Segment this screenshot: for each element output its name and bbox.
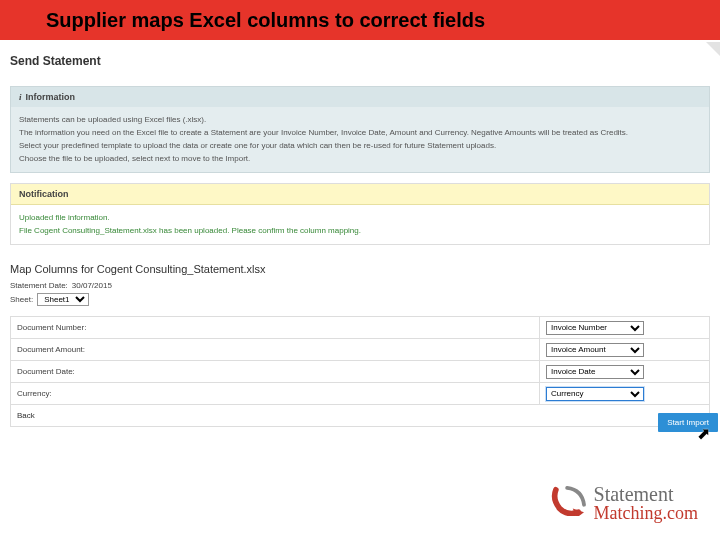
start-import-button[interactable]: Start Import xyxy=(658,413,718,432)
info-line: Statements can be uploaded using Excel f… xyxy=(19,114,701,126)
table-row: Back xyxy=(11,405,710,427)
statement-date-value: 30/07/2015 xyxy=(72,281,112,290)
information-panel: iInformation Statements can be uploaded … xyxy=(10,86,710,173)
document-number-select[interactable]: Invoice Number xyxy=(546,321,644,335)
info-line: Choose the file to be uploaded, select n… xyxy=(19,153,701,165)
table-row: Document Date: Invoice Date xyxy=(11,361,710,383)
back-button[interactable]: Back xyxy=(17,411,35,420)
notification-line: Uploaded file information. xyxy=(19,212,701,224)
sheet-label: Sheet: xyxy=(10,295,33,304)
sheet-line: Sheet: Sheet1 xyxy=(10,293,710,306)
logo-text-bottom: Matching.com xyxy=(594,504,698,522)
logo-text: Statement Matching.com xyxy=(594,484,698,522)
title-banner: Supplier maps Excel columns to correct f… xyxy=(0,0,720,40)
notification-panel: Notification Uploaded file information. … xyxy=(10,183,710,245)
page-title: Send Statement xyxy=(10,54,710,68)
slide-title: Supplier maps Excel columns to correct f… xyxy=(46,9,485,32)
statement-date-label: Statement Date: xyxy=(10,281,68,290)
field-label: Document Amount: xyxy=(11,339,540,361)
logo-mark-icon xyxy=(550,486,588,520)
information-heading: iInformation xyxy=(11,87,709,107)
sheet-select[interactable]: Sheet1 xyxy=(37,293,89,306)
currency-select[interactable]: Currency xyxy=(546,387,644,401)
field-label: Currency: xyxy=(11,383,540,405)
table-row: Document Amount: Invoice Amount xyxy=(11,339,710,361)
notification-line: File Cogent Consulting_Statement.xlsx ha… xyxy=(19,225,701,237)
info-icon: i xyxy=(19,92,22,102)
table-row: Document Number: Invoice Number xyxy=(11,317,710,339)
table-row: Currency: Currency xyxy=(11,383,710,405)
info-heading-text: Information xyxy=(26,92,76,102)
column-mapping-table: Document Number: Invoice Number Document… xyxy=(10,316,710,427)
document-amount-select[interactable]: Invoice Amount xyxy=(546,343,644,357)
logo-text-top: Statement xyxy=(594,484,698,504)
brand-logo: Statement Matching.com xyxy=(550,484,698,522)
statement-date-line: Statement Date: 30/07/2015 xyxy=(10,281,710,290)
notification-heading: Notification xyxy=(11,184,709,205)
field-label: Document Number: xyxy=(11,317,540,339)
field-label: Document Date: xyxy=(11,361,540,383)
information-body: Statements can be uploaded using Excel f… xyxy=(11,107,709,172)
map-columns-title: Map Columns for Cogent Consulting_Statem… xyxy=(10,263,710,275)
info-line: Select your predefined template to uploa… xyxy=(19,140,701,152)
info-line: The information you need on the Excel fi… xyxy=(19,127,701,139)
document-date-select[interactable]: Invoice Date xyxy=(546,365,644,379)
notification-body: Uploaded file information. File Cogent C… xyxy=(11,205,709,244)
